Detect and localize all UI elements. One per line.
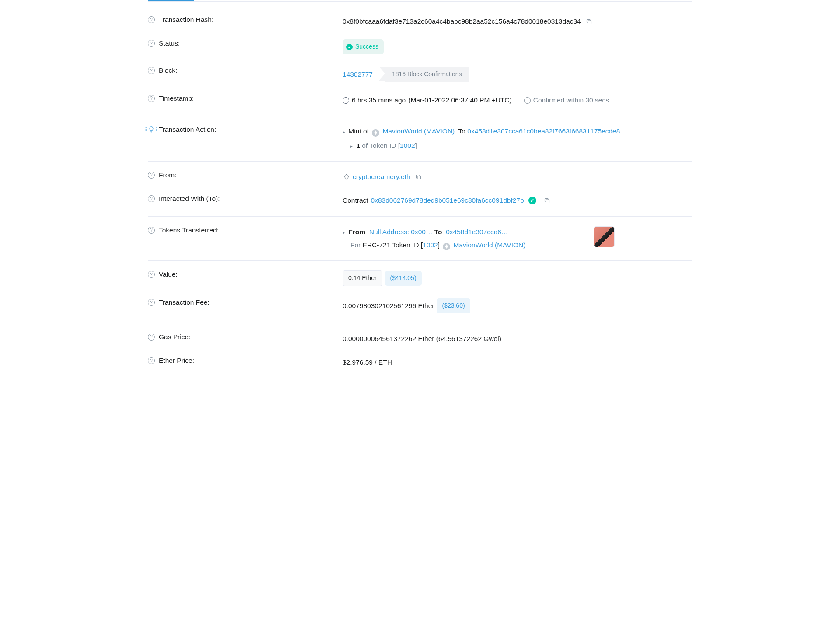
svg-rect-0	[588, 21, 592, 24]
transfer-token-link[interactable]: MavionWorld (MAVION)	[454, 241, 526, 249]
lightbulb-icon	[148, 126, 155, 133]
timestamp-confirmed: Confirmed within 30 secs	[533, 95, 609, 106]
value-usd: ($414.05)	[385, 271, 422, 286]
tab-border	[148, 1, 692, 2]
row-txaction: Transaction Action: ▸ Mint of MavionWorl…	[148, 119, 692, 162]
action-tokenid-label: Token ID	[369, 142, 396, 149]
caret-icon: ▸	[343, 129, 345, 134]
caret-icon: ▸	[343, 230, 345, 235]
copy-icon[interactable]	[543, 197, 551, 204]
action-of: of	[362, 142, 368, 149]
help-icon[interactable]: ?	[148, 95, 155, 102]
caret-icon: ▸	[350, 144, 353, 149]
label-to: Interacted With (To):	[159, 195, 220, 203]
transfer-from-label: From	[348, 228, 365, 235]
txfee-eth: 0.007980302102561296 Ether	[343, 300, 434, 312]
label-block: Block:	[159, 67, 177, 74]
ethprice-value: $2,976.59 / ETH	[343, 357, 392, 368]
label-tokens: Tokens Transferred:	[159, 226, 219, 234]
eth-diamond-icon	[443, 243, 450, 250]
transfer-standard: ERC-721	[363, 241, 391, 249]
copy-icon[interactable]	[415, 173, 423, 181]
row-timestamp: ? Timestamp: 6 hrs 35 mins ago (Mar-01-2…	[148, 88, 692, 116]
help-icon[interactable]: ?	[148, 227, 155, 234]
to-address-link[interactable]: 0x83d062769d78ded9b051e69c80fa6cc091dbf2…	[371, 195, 524, 206]
help-icon[interactable]: ?	[148, 271, 155, 278]
action-tokenid-link[interactable]: 1002	[400, 142, 415, 149]
action-mint-prefix: Mint of	[348, 127, 369, 135]
row-status: ? Status: ✓ Success	[148, 33, 692, 60]
check-icon: ✓	[346, 44, 353, 50]
timestamp-relative: 6 hrs 35 mins ago	[352, 95, 406, 106]
row-tokens: ? Tokens Transferred: ▸ From Null Addres…	[148, 220, 692, 261]
action-to-address[interactable]: 0x458d1e307cca61c0bea82f7663f66831175ecd…	[467, 127, 620, 135]
value-eth: 0.14 Ether	[343, 270, 382, 286]
help-icon[interactable]: ?	[148, 299, 155, 306]
action-token-link[interactable]: MavionWorld (MAVION)	[382, 127, 455, 135]
label-txhash: Transaction Hash:	[159, 16, 214, 24]
label-gasprice: Gas Price:	[159, 333, 190, 341]
transfer-tokenid-label: Token ID	[392, 241, 419, 249]
label-timestamp: Timestamp:	[159, 95, 194, 102]
row-block: ? Block: 14302777 1816 Block Confirmatio…	[148, 60, 692, 88]
copy-icon[interactable]	[585, 18, 593, 25]
block-number-link[interactable]: 14302777	[343, 69, 373, 80]
row-to: ? Interacted With (To): Contract 0x83d06…	[148, 189, 692, 216]
label-txfee: Transaction Fee:	[159, 298, 210, 306]
block-confirmations: 1816 Block Confirmations	[385, 67, 469, 82]
verified-icon: ✓	[528, 197, 536, 204]
help-icon[interactable]: ?	[148, 172, 155, 179]
clock-icon	[343, 97, 349, 104]
row-from: ? From: cryptocreamery.eth	[148, 165, 692, 189]
svg-rect-1	[417, 176, 421, 179]
transfer-to-label: To	[434, 228, 442, 235]
help-icon[interactable]: ?	[148, 40, 155, 47]
label-ethprice: Ether Price:	[159, 357, 194, 365]
label-txaction: Transaction Action:	[159, 126, 216, 133]
ens-icon	[343, 173, 350, 181]
transfer-from-link[interactable]: Null Address: 0x00…	[369, 228, 433, 235]
row-txfee: ? Transaction Fee: 0.007980302102561296 …	[148, 292, 692, 323]
from-address-link[interactable]: cryptocreamery.eth	[353, 171, 410, 183]
row-ethprice: ? Ether Price: $2,976.59 / ETH	[148, 351, 692, 374]
status-text: Success	[355, 42, 378, 52]
nft-thumbnail[interactable]	[594, 226, 615, 247]
transfer-for-label: For	[350, 241, 360, 249]
contract-label: Contract	[343, 195, 368, 206]
row-value: ? Value: 0.14 Ether ($414.05)	[148, 264, 692, 292]
label-value: Value:	[159, 270, 178, 278]
label-status: Status:	[159, 39, 180, 47]
label-from: From:	[159, 171, 176, 179]
timestamp-absolute: (Mar-01-2022 06:37:40 PM +UTC)	[408, 95, 511, 106]
transfer-to-link[interactable]: 0x458d1e307cca6…	[446, 228, 508, 235]
eth-diamond-icon	[372, 129, 379, 137]
help-icon[interactable]: ?	[148, 357, 155, 364]
svg-rect-2	[546, 200, 550, 203]
help-icon[interactable]: ?	[148, 195, 155, 202]
txhash-value: 0x8f0bfcaaa6fdaf3e713a2c60a4c4babc98b2aa…	[343, 16, 581, 27]
separator: |	[517, 95, 519, 106]
row-txhash: ? Transaction Hash: 0x8f0bfcaaa6fdaf3e71…	[148, 10, 692, 33]
action-qty: 1	[356, 142, 360, 149]
transfer-tokenid-link[interactable]: 1002	[423, 241, 438, 249]
help-icon[interactable]: ?	[148, 16, 155, 23]
row-gasprice: ? Gas Price: 0.000000064561372262 Ether …	[148, 327, 692, 351]
action-to-label: To	[458, 127, 466, 135]
gasprice-value: 0.000000064561372262 Ether (64.561372262…	[343, 333, 501, 344]
help-icon[interactable]: ?	[148, 334, 155, 341]
status-badge: ✓ Success	[343, 39, 384, 54]
help-icon[interactable]: ?	[148, 67, 155, 74]
info-icon	[524, 97, 531, 104]
txfee-usd: ($23.60)	[437, 298, 470, 313]
